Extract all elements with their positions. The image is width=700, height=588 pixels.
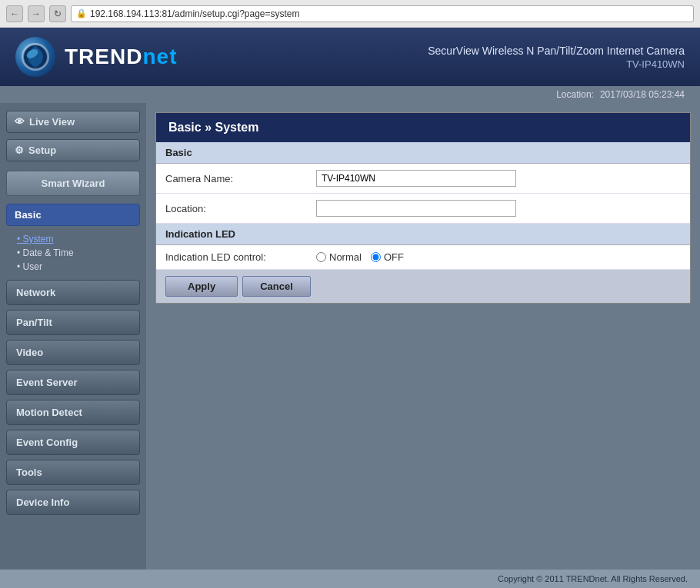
main-area: 👁 Live View ⚙ Setup Smart Wizard Basic •… [0,103,700,570]
content-area: Basic » System Basic Camera Name: Locati… [146,103,700,570]
footer: Copyright © 2011 TRENDnet. All Rights Re… [0,570,700,588]
led-off-option[interactable]: OFF [371,251,404,263]
brand-trend: TREND [65,45,142,68]
basic-section-header: Basic [156,142,690,164]
lock-icon: 🔒 [76,8,87,18]
led-normal-label: Normal [329,251,362,263]
copyright-text: Copyright © 2011 TRENDnet. All Rights Re… [498,574,688,583]
camera-name-value [310,170,690,187]
camera-name-row: Camera Name: [156,164,690,194]
cancel-button[interactable]: Cancel [242,276,311,297]
camera-name-input[interactable] [316,170,516,187]
location-input[interactable] [316,200,516,217]
browser-chrome: ← → ↻ 🔒 192.168.194.113:81/admin/setup.c… [0,0,700,28]
svg-point-0 [23,45,48,69]
location-label: Location: [556,89,594,100]
network-label: Network [16,287,55,298]
sidebar-item-user[interactable]: • User [14,260,140,274]
panel-title-bar: Basic » System [156,113,690,142]
eye-icon: 👁 [15,116,25,128]
led-radio-group: Normal OFF [316,251,684,263]
sidebar-item-eventserver[interactable]: Event Server [6,370,140,395]
pantilt-label: Pan/Tilt [16,317,52,328]
sidebar-item-deviceinfo[interactable]: Device Info [6,490,140,515]
apply-button[interactable]: Apply [165,276,238,297]
location-field-value [310,200,690,217]
sidebar-item-datetime[interactable]: • Date & Time [14,246,140,260]
basic-label: Basic [15,209,42,221]
video-label: Video [16,347,43,358]
content-panel: Basic » System Basic Camera Name: Locati… [155,112,691,304]
live-view-button[interactable]: 👁 Live View [6,111,140,133]
sidebar: 👁 Live View ⚙ Setup Smart Wizard Basic •… [0,103,146,570]
gear-icon: ⚙ [15,145,24,156]
logo-area: TRENDnet [15,37,177,77]
camera-name-label: Camera Name: [156,173,310,184]
sidebar-item-pantilt[interactable]: Pan/Tilt [6,310,140,335]
location-datetime: 2017/03/18 05:23:44 [600,89,685,100]
eventserver-label: Event Server [16,377,78,388]
sidebar-item-video[interactable]: Video [6,340,140,365]
deviceinfo-label: Device Info [16,497,69,508]
header: TRENDnet SecurView Wireless N Pan/Tilt/Z… [0,28,700,86]
basic-section[interactable]: Basic [6,204,140,226]
smart-wizard-label: Smart Wizard [42,178,105,189]
svg-point-1 [25,48,40,61]
eventconfig-label: Event Config [16,437,78,448]
brand-name: TRENDnet [65,45,177,69]
back-button[interactable]: ← [6,5,23,22]
sidebar-item-system[interactable]: • System [14,232,140,246]
led-control-value: Normal OFF [310,251,690,263]
smart-wizard-button[interactable]: Smart Wizard [6,171,140,196]
led-off-radio[interactable] [371,252,381,262]
motiondetect-label: Motion Detect [16,407,82,418]
brand-net: net [142,45,177,68]
sidebar-item-motiondetect[interactable]: Motion Detect [6,400,140,425]
product-title: SecurView Wireless N Pan/Tilt/Zoom Inter… [428,45,685,57]
sidebar-item-network[interactable]: Network [6,280,140,305]
setup-button[interactable]: ⚙ Setup [6,139,140,161]
led-control-label: Indication LED control: [156,251,310,263]
location-row: Location: [156,194,690,224]
indication-led-header: Indication LED [156,224,690,245]
led-normal-radio[interactable] [316,252,326,262]
logo-circle [15,37,55,77]
page-content: TRENDnet SecurView Wireless N Pan/Tilt/Z… [0,28,700,588]
location-field-label: Location: [156,203,310,214]
led-off-label: OFF [384,251,404,263]
tools-label: Tools [16,467,42,478]
url-text: 192.168.194.113:81/admin/setup.cgi?page=… [90,8,300,19]
led-normal-option[interactable]: Normal [316,251,362,263]
live-view-label: Live View [29,116,75,128]
model-name: TV-IP410WN [428,58,685,70]
setup-label: Setup [28,145,56,156]
header-right: SecurView Wireless N Pan/Tilt/Zoom Inter… [428,45,685,70]
location-bar: Location: 2017/03/18 05:23:44 [0,86,700,103]
panel-title: Basic » System [168,121,258,134]
led-control-row: Indication LED control: Normal OFF [156,245,690,270]
sidebar-item-eventconfig[interactable]: Event Config [6,430,140,455]
refresh-button[interactable]: ↻ [49,5,66,22]
button-bar: Apply Cancel [156,270,690,303]
url-bar[interactable]: 🔒 192.168.194.113:81/admin/setup.cgi?pag… [71,5,694,22]
sidebar-item-tools[interactable]: Tools [6,460,140,485]
sub-menu: • System • Date & Time • User [6,232,140,274]
forward-button[interactable]: → [28,5,45,22]
